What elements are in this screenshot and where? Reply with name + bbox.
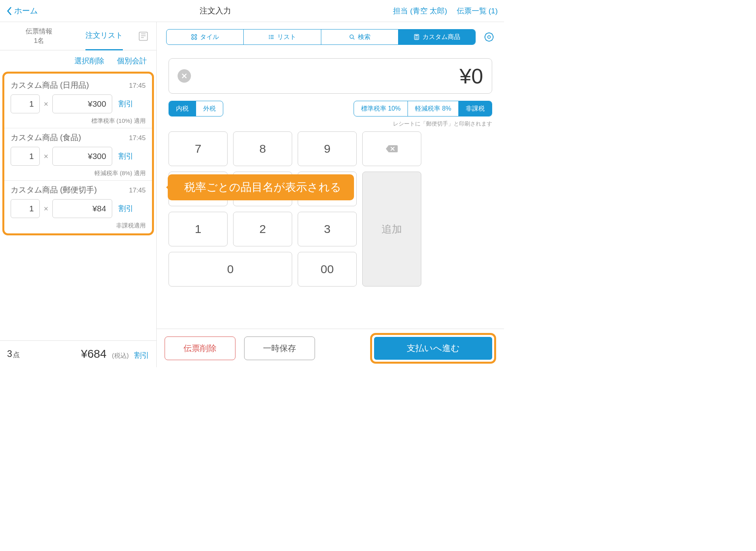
svg-point-8	[269, 35, 270, 36]
tax-inclusion-segment: 内税 外税	[169, 101, 223, 116]
svg-point-5	[195, 35, 197, 37]
header: ホーム 注文入力 担当 (青空 太郎) 伝票一覧 (1)	[0, 0, 504, 22]
view-tab-list[interactable]: リスト	[244, 30, 321, 44]
chevron-left-icon	[6, 7, 12, 15]
staff-link[interactable]: 担当 (青空 太郎)	[393, 6, 447, 16]
tab-ticket-info[interactable]: 伝票情報 1名	[0, 27, 78, 46]
view-tab-custom-label: カスタム商品	[422, 33, 460, 41]
svg-point-18	[415, 37, 416, 38]
qty-input[interactable]: 1	[11, 199, 40, 218]
tab-order-list[interactable]: 注文リスト	[85, 22, 123, 50]
key-0[interactable]: 0	[169, 252, 292, 287]
view-tab-search-label: 検索	[358, 33, 371, 41]
tab-info-line1: 伝票情報	[0, 27, 78, 36]
order-item[interactable]: カスタム商品 (食品) 17:45 1 × ¥300 割引 軽減税率 (8%) …	[4, 128, 152, 181]
tax-excl-button[interactable]: 外税	[196, 101, 223, 116]
home-button[interactable]: ホーム	[6, 6, 38, 16]
svg-point-19	[416, 37, 417, 38]
view-tabs: タイル リスト 検索 カスタム商品	[166, 29, 476, 45]
multiply-icon: ×	[44, 204, 48, 213]
item-discount-button[interactable]: 割引	[119, 151, 133, 161]
clear-amount-button[interactable]	[178, 69, 191, 83]
header-right: 担当 (青空 太郎) 伝票一覧 (1)	[393, 6, 498, 16]
left-tabs: 伝票情報 1名 注文リスト	[0, 22, 156, 50]
svg-point-23	[417, 38, 418, 39]
rate-reduced-button[interactable]: 軽減税率 8%	[408, 101, 459, 116]
svg-line-15	[353, 38, 354, 39]
order-item[interactable]: カスタム商品 (日用品) 17:45 1 × ¥300 割引 標準税率 (10%…	[4, 76, 152, 128]
price-input[interactable]: ¥300	[52, 147, 112, 166]
price-input[interactable]: ¥84	[52, 199, 112, 218]
item-name: カスタム商品 (郵便切手)	[11, 185, 97, 195]
backspace-icon	[385, 144, 399, 153]
total-amount: ¥684	[81, 348, 107, 361]
item-discount-button[interactable]: 割引	[119, 203, 133, 214]
svg-point-24	[485, 33, 493, 41]
add-button[interactable]: 追加	[362, 172, 421, 287]
svg-point-25	[488, 36, 491, 39]
item-discount-button[interactable]: 割引	[119, 99, 133, 109]
tax-incl-button[interactable]: 内税	[169, 101, 196, 116]
view-tab-custom[interactable]: カスタム商品	[398, 30, 475, 44]
item-time: 17:45	[129, 82, 146, 90]
left-actions: 選択削除 個別会計	[0, 50, 156, 72]
item-tax-note: 非課税適用	[11, 222, 146, 229]
rate-standard-button[interactable]: 標準税率 10%	[354, 101, 408, 116]
page-title: 注文入力	[200, 6, 231, 16]
key-7[interactable]: 7	[169, 131, 228, 166]
svg-rect-17	[415, 35, 418, 37]
search-icon	[349, 34, 355, 40]
item-count: 3点	[7, 349, 20, 359]
svg-point-4	[192, 35, 194, 37]
view-tab-list-label: リスト	[277, 33, 296, 41]
view-tab-search[interactable]: 検索	[321, 30, 398, 44]
annotation-callout: 税率ごとの品目名が表示される	[168, 174, 354, 200]
item-tax-note: 標準税率 (10%) 適用	[11, 117, 146, 125]
svg-point-12	[269, 38, 270, 39]
multiply-icon: ×	[44, 100, 48, 109]
key-8[interactable]: 8	[233, 131, 292, 166]
svg-point-22	[416, 38, 417, 39]
svg-point-14	[350, 35, 353, 39]
select-delete-button[interactable]: 選択削除	[74, 56, 104, 66]
view-tab-tile[interactable]: タイル	[167, 30, 244, 44]
svg-point-7	[195, 38, 197, 40]
tickets-link[interactable]: 伝票一覧 (1)	[457, 6, 498, 16]
rate-exempt-button[interactable]: 非課税	[459, 101, 492, 116]
svg-point-6	[192, 38, 194, 40]
svg-point-20	[417, 37, 418, 38]
scan-icon[interactable]	[138, 31, 149, 42]
price-input[interactable]: ¥300	[52, 94, 112, 113]
item-time: 17:45	[129, 134, 146, 142]
gear-icon[interactable]	[484, 31, 495, 43]
item-tax-note: 軽減税率 (8%) 適用	[11, 170, 146, 177]
item-time: 17:45	[129, 187, 146, 194]
key-9[interactable]: 9	[298, 131, 357, 166]
backspace-key[interactable]	[362, 131, 421, 166]
left-panel: 伝票情報 1名 注文リスト 選択削除 個別会計 カスタム商品 (日用品) 17:…	[0, 22, 157, 367]
qty-input[interactable]: 1	[11, 147, 40, 166]
key-2[interactable]: 2	[233, 212, 292, 246]
amount-value: ¥0	[460, 64, 483, 88]
total-discount-button[interactable]: 割引	[134, 350, 149, 361]
home-label: ホーム	[14, 6, 38, 16]
hold-button[interactable]: 一時保存	[244, 337, 315, 360]
key-1[interactable]: 1	[169, 212, 228, 246]
proceed-payment-button[interactable]: 支払いへ進む	[374, 337, 492, 360]
order-item[interactable]: カスタム商品 (郵便切手) 17:45 1 × ¥84 割引 非課税適用	[4, 181, 152, 233]
key-3[interactable]: 3	[298, 212, 357, 246]
close-icon	[182, 73, 187, 79]
delete-ticket-button[interactable]: 伝票削除	[165, 337, 235, 360]
calculator-icon	[413, 34, 420, 40]
qty-input[interactable]: 1	[11, 94, 40, 113]
svg-point-21	[415, 38, 416, 39]
svg-point-10	[269, 37, 270, 37]
order-items-highlight: カスタム商品 (日用品) 17:45 1 × ¥300 割引 標準税率 (10%…	[2, 72, 154, 235]
amount-display: ¥0	[169, 58, 492, 94]
tab-info-line2: 1名	[0, 36, 78, 46]
receipt-note: レシートに「郵便切手」と印刷されます	[169, 120, 492, 128]
individual-checkout-button[interactable]: 個別会計	[117, 56, 147, 66]
bottom-actions: 伝票削除 一時保存 支払いへ進む	[157, 329, 504, 367]
key-00[interactable]: 00	[298, 252, 357, 287]
item-name: カスタム商品 (日用品)	[11, 80, 89, 91]
